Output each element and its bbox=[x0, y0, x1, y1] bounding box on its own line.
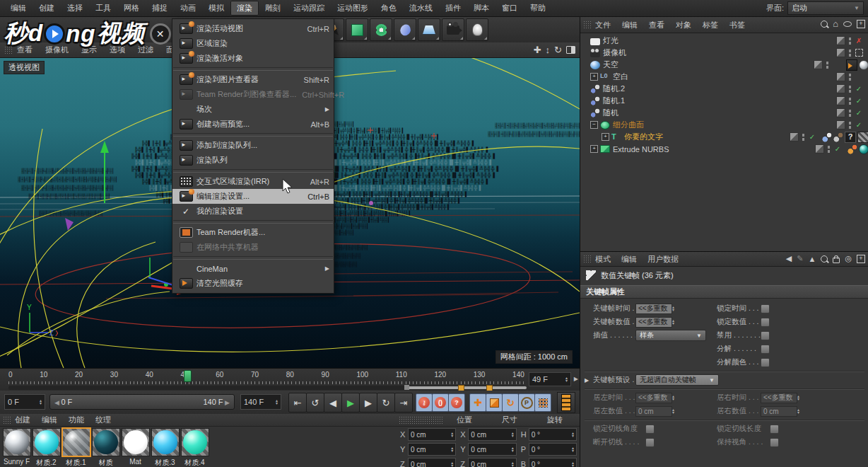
stepper-icon[interactable] bbox=[797, 408, 799, 414]
history-back-icon[interactable]: ◀ bbox=[786, 254, 792, 263]
watermark-close-button[interactable]: ✕ bbox=[150, 23, 171, 45]
render-menu-item[interactable]: 添加到渲染队列... bbox=[172, 138, 334, 153]
stepper-icon[interactable] bbox=[672, 319, 674, 325]
menubar-item[interactable]: 帮助 bbox=[524, 1, 552, 16]
panel-grip-icon[interactable] bbox=[583, 255, 592, 263]
stepper-icon[interactable] bbox=[797, 395, 799, 400]
object-row[interactable]: 灯光 ✗ bbox=[580, 35, 868, 47]
material-thumbnail[interactable] bbox=[61, 427, 91, 457]
layer-color-box[interactable] bbox=[836, 120, 845, 129]
object-row[interactable]: 随机.1 ✓ bbox=[580, 95, 868, 107]
object-name[interactable]: 随机 bbox=[603, 108, 836, 118]
render-menu-item[interactable]: 渲染到图片查看器 Shift+R bbox=[172, 72, 334, 87]
render-menu-item[interactable]: 交互式区域渲染(IRR) Alt+R bbox=[172, 174, 334, 189]
render-menu-item[interactable] bbox=[173, 256, 333, 260]
add-panel-icon[interactable]: + bbox=[857, 255, 865, 263]
material-item[interactable]: Mat bbox=[122, 428, 149, 467]
interpolation-dropdown[interactable]: 样条▼ bbox=[635, 330, 706, 341]
object-manager-menu-item[interactable]: 标签 bbox=[699, 18, 726, 32]
disable-checkbox[interactable] bbox=[761, 331, 770, 340]
light-button[interactable] bbox=[466, 18, 488, 41]
menubar-item[interactable]: 编辑 bbox=[4, 1, 33, 16]
render-menu-item[interactable] bbox=[173, 133, 333, 137]
stepper-icon[interactable] bbox=[512, 446, 514, 452]
object-icon[interactable] bbox=[590, 108, 600, 117]
object-row[interactable]: + 空白 bbox=[580, 71, 868, 83]
material-name[interactable]: 材质.1 bbox=[66, 458, 86, 467]
material-item[interactable]: 材质 bbox=[92, 428, 119, 467]
lock-value-checkbox[interactable] bbox=[761, 318, 770, 327]
record-keyframe-button[interactable]: ⚷ bbox=[416, 393, 433, 412]
object-name[interactable]: 随机.1 bbox=[603, 96, 836, 106]
visibility-dots-icon[interactable] bbox=[802, 133, 805, 142]
menubar-item[interactable]: 窗口 bbox=[495, 1, 524, 16]
object-icon[interactable] bbox=[600, 121, 610, 129]
object-name[interactable]: 随机.2 bbox=[603, 83, 836, 94]
material-thumbnail[interactable] bbox=[92, 428, 120, 456]
size-input[interactable]: 0 cm bbox=[468, 443, 516, 456]
ruler-expand-icon[interactable]: ▶ bbox=[574, 376, 578, 382]
render-menu-item[interactable]: 渲染活动视图 Ctrl+R bbox=[172, 21, 334, 36]
target-icon[interactable]: ◎ bbox=[845, 254, 852, 263]
key-parameter-toggle[interactable]: P bbox=[518, 393, 535, 412]
material-item[interactable]: 材质.4 bbox=[181, 428, 209, 467]
object-manager-menu-item[interactable]: 书签 bbox=[726, 18, 753, 32]
object-status-icon[interactable]: ✓ bbox=[833, 145, 842, 153]
start-frame-input[interactable]: 0 F bbox=[4, 394, 45, 410]
layer-color-box[interactable] bbox=[836, 72, 845, 81]
frame-range-slider[interactable]: ◀ 0 F 140 F ▶ bbox=[49, 394, 235, 410]
keyframe-time-input[interactable]: <<多重数 bbox=[635, 304, 672, 314]
object-icon[interactable] bbox=[600, 145, 610, 153]
material-name[interactable]: 材质 bbox=[99, 458, 113, 467]
object-status-icon[interactable]: ✓ bbox=[855, 109, 863, 117]
stepper-icon[interactable] bbox=[572, 461, 574, 467]
attribute-menu-item[interactable]: 用户数据 bbox=[644, 253, 686, 266]
rotation-input[interactable]: 0 ° bbox=[529, 458, 577, 467]
object-status-icon[interactable] bbox=[855, 49, 863, 57]
stepper-icon[interactable] bbox=[672, 306, 674, 311]
lock-tangent-angle-checkbox[interactable] bbox=[645, 425, 655, 434]
expand-toggle[interactable]: + bbox=[602, 133, 609, 141]
render-menu-item[interactable] bbox=[173, 220, 333, 224]
menubar-item[interactable]: 选择 bbox=[61, 1, 89, 16]
render-menu-item[interactable]: 编辑渲染设置... Ctrl+B bbox=[172, 189, 334, 204]
material-item[interactable]: 材质.2 bbox=[33, 428, 60, 467]
range-handle[interactable] bbox=[404, 385, 409, 390]
zoom-view-icon[interactable]: ↕ bbox=[546, 45, 551, 55]
menubar-item[interactable]: 渲染 bbox=[230, 1, 259, 16]
panel-grip-icon[interactable] bbox=[3, 416, 11, 425]
decompose-color-checkbox[interactable] bbox=[761, 358, 770, 367]
object-status-icon[interactable]: ✓ bbox=[855, 85, 863, 93]
right-value-input[interactable]: 0 cm bbox=[761, 406, 797, 417]
layer-color-box[interactable] bbox=[815, 144, 824, 154]
object-status-icon[interactable]: ✓ bbox=[855, 121, 863, 129]
object-name[interactable]: 灯光 bbox=[603, 35, 836, 46]
material-thumbnail[interactable] bbox=[3, 428, 31, 456]
visibility-dots-icon[interactable] bbox=[848, 97, 852, 105]
object-tag[interactable] bbox=[845, 132, 856, 143]
menubar-item[interactable]: 角色 bbox=[375, 1, 403, 16]
keep-view-checkbox[interactable] bbox=[770, 438, 779, 447]
object-row[interactable]: + 你要的文字 ✓ bbox=[580, 131, 868, 143]
material-thumbnail[interactable] bbox=[33, 428, 61, 456]
end-frame-input[interactable]: 140 F bbox=[240, 394, 281, 410]
menubar-item[interactable]: 工具 bbox=[89, 1, 117, 16]
stepper-icon[interactable] bbox=[572, 432, 574, 437]
add-panel-icon[interactable]: + bbox=[857, 20, 865, 28]
stepper-icon[interactable] bbox=[572, 446, 574, 452]
material-name[interactable]: 材质.4 bbox=[184, 458, 204, 467]
keyframe-properties-section[interactable]: 关键帧属性 bbox=[580, 285, 868, 299]
size-input[interactable]: 0 cm bbox=[468, 458, 516, 467]
material-name[interactable]: 材质.3 bbox=[155, 458, 175, 467]
goto-start-button[interactable]: ⇤ bbox=[288, 393, 307, 413]
object-name[interactable]: Extrude NURBS bbox=[613, 145, 815, 154]
toggle-view-icon[interactable] bbox=[566, 46, 575, 54]
object-tag[interactable] bbox=[833, 132, 843, 142]
goto-end-button[interactable]: ⇥ bbox=[394, 393, 413, 413]
object-row[interactable]: 随机.2 ✓ bbox=[580, 83, 868, 95]
object-icon[interactable] bbox=[600, 72, 610, 81]
object-row[interactable]: + Extrude NURBS ✓ bbox=[580, 143, 868, 155]
object-icon[interactable] bbox=[611, 132, 621, 142]
object-icon[interactable] bbox=[590, 51, 600, 57]
material-thumbnail[interactable] bbox=[122, 428, 150, 456]
